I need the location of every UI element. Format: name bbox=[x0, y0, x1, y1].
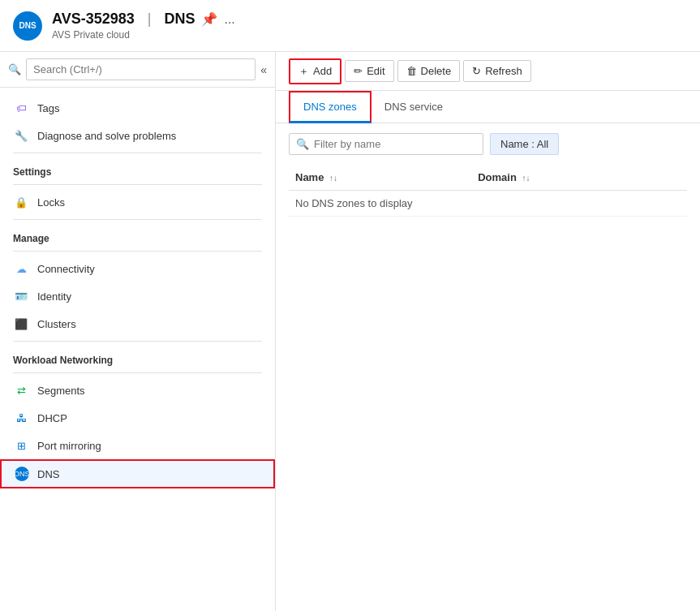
delete-icon: 🗑 bbox=[406, 65, 417, 77]
section-divider-settings-bottom bbox=[13, 184, 262, 185]
sidebar-label-port-mirroring: Port mirroring bbox=[37, 440, 101, 452]
page-section-title: DNS bbox=[164, 11, 195, 28]
refresh-icon: ↻ bbox=[472, 65, 481, 77]
main-layout: 🔍 « 🏷 Tags 🔧 Diagnose and solve problems… bbox=[0, 52, 700, 611]
resource-icon: DNS bbox=[13, 11, 42, 41]
delete-button[interactable]: 🗑 Delete bbox=[397, 60, 461, 82]
search-bar: 🔍 « bbox=[0, 52, 275, 88]
sidebar-item-dns[interactable]: DNS DNS bbox=[0, 459, 275, 488]
tab-bar: DNS zones DNS service bbox=[276, 91, 700, 123]
delete-label: Delete bbox=[421, 65, 452, 77]
sidebar-content: 🏷 Tags 🔧 Diagnose and solve problems Set… bbox=[0, 88, 275, 611]
sidebar-label-clusters: Clusters bbox=[37, 318, 76, 330]
sidebar-label-identity: Identity bbox=[37, 290, 71, 303]
refresh-label: Refresh bbox=[485, 65, 522, 77]
section-label-workload: Workload Networking bbox=[0, 345, 275, 369]
sidebar-item-tags[interactable]: 🏷 Tags bbox=[0, 94, 275, 122]
tab-dns-zones[interactable]: DNS zones bbox=[289, 91, 371, 123]
toolbar: ＋ Add ✏ Edit 🗑 Delete ↻ Refresh bbox=[276, 52, 700, 91]
edit-icon: ✏ bbox=[354, 65, 363, 77]
column-header-name: Name ↑↓ bbox=[289, 165, 471, 191]
filter-search-icon: 🔍 bbox=[296, 138, 309, 150]
segments-icon: ⇄ bbox=[13, 382, 29, 398]
search-input[interactable] bbox=[26, 58, 256, 80]
sidebar-label-diagnose: Diagnose and solve problems bbox=[37, 130, 176, 142]
filter-input[interactable] bbox=[314, 138, 476, 150]
content-area: ＋ Add ✏ Edit 🗑 Delete ↻ Refresh DNS zone… bbox=[276, 52, 700, 611]
table-header-row: Name ↑↓ Domain ↑↓ bbox=[289, 165, 687, 191]
tab-dns-service[interactable]: DNS service bbox=[371, 93, 456, 123]
section-divider-workload bbox=[13, 341, 262, 342]
sidebar-item-clusters[interactable]: ⬛ Clusters bbox=[0, 310, 275, 338]
sidebar-item-locks[interactable]: 🔒 Locks bbox=[0, 188, 275, 216]
search-icon: 🔍 bbox=[8, 63, 21, 75]
section-divider-settings bbox=[13, 153, 262, 153]
add-button[interactable]: ＋ Add bbox=[289, 58, 341, 84]
resource-subtitle: AVS Private cloud bbox=[52, 29, 235, 41]
sidebar-item-diagnose[interactable]: 🔧 Diagnose and solve problems bbox=[0, 122, 275, 149]
section-divider-manage bbox=[13, 219, 262, 220]
sidebar-item-dhcp[interactable]: 🖧 DHCP bbox=[0, 404, 275, 432]
sort-icon-domain[interactable]: ↑↓ bbox=[522, 174, 530, 183]
sidebar-label-dhcp: DHCP bbox=[37, 412, 67, 424]
header-name-row: AVS-352983 | DNS 📌 ... bbox=[52, 11, 235, 28]
edit-button[interactable]: ✏ Edit bbox=[345, 60, 393, 82]
sidebar-label-dns: DNS bbox=[37, 468, 59, 480]
sidebar: 🔍 « 🏷 Tags 🔧 Diagnose and solve problems… bbox=[0, 52, 276, 611]
sidebar-label-tags: Tags bbox=[37, 102, 59, 114]
header-divider: | bbox=[148, 11, 152, 28]
sidebar-label-segments: Segments bbox=[37, 385, 85, 397]
section-divider-manage-bottom bbox=[13, 251, 262, 252]
filter-badge[interactable]: Name : All bbox=[490, 133, 559, 155]
table-empty-row: No DNS zones to display bbox=[289, 191, 687, 217]
tag-icon: 🏷 bbox=[13, 100, 29, 116]
clusters-icon: ⬛ bbox=[13, 316, 29, 332]
dns-icon: DNS bbox=[15, 467, 29, 481]
sidebar-label-connectivity: Connectivity bbox=[37, 263, 95, 275]
column-header-domain: Domain ↑↓ bbox=[471, 165, 687, 191]
lock-icon: 🔒 bbox=[13, 194, 29, 210]
section-divider-workload-bottom bbox=[13, 372, 262, 373]
sort-icon-name[interactable]: ↑↓ bbox=[329, 174, 337, 183]
empty-message: No DNS zones to display bbox=[289, 191, 687, 217]
section-label-settings: Settings bbox=[0, 157, 275, 181]
connectivity-icon: ☁ bbox=[13, 260, 29, 277]
table-area: 🔍 Name : All Name ↑↓ Domain ↑↓ bbox=[276, 123, 700, 611]
add-label: Add bbox=[313, 65, 332, 77]
port-mirroring-icon: ⊞ bbox=[13, 437, 29, 454]
sidebar-label-locks: Locks bbox=[37, 196, 65, 209]
sidebar-item-segments[interactable]: ⇄ Segments bbox=[0, 376, 275, 404]
sidebar-item-port-mirroring[interactable]: ⊞ Port mirroring bbox=[0, 432, 275, 459]
pin-icon[interactable]: 📌 bbox=[201, 11, 217, 27]
identity-icon: 🪪 bbox=[13, 288, 29, 304]
add-icon: ＋ bbox=[298, 64, 309, 79]
filter-input-wrap: 🔍 bbox=[289, 133, 483, 155]
filter-row: 🔍 Name : All bbox=[289, 133, 687, 155]
dns-zones-table: Name ↑↓ Domain ↑↓ No DNS zones to displa… bbox=[289, 165, 687, 217]
header-title-group: AVS-352983 | DNS 📌 ... AVS Private cloud bbox=[52, 11, 235, 41]
more-options-icon[interactable]: ... bbox=[224, 12, 234, 27]
diagnose-icon: 🔧 bbox=[13, 127, 29, 144]
edit-label: Edit bbox=[367, 65, 384, 77]
sidebar-item-identity[interactable]: 🪪 Identity bbox=[0, 282, 275, 310]
section-label-manage: Manage bbox=[0, 223, 275, 247]
collapse-button[interactable]: « bbox=[260, 63, 267, 76]
page-header: DNS AVS-352983 | DNS 📌 ... AVS Private c… bbox=[0, 0, 700, 52]
dhcp-icon: 🖧 bbox=[13, 410, 29, 426]
refresh-button[interactable]: ↻ Refresh bbox=[463, 60, 531, 82]
resource-name: AVS-352983 bbox=[52, 11, 135, 28]
sidebar-item-connectivity[interactable]: ☁ Connectivity bbox=[0, 255, 275, 282]
